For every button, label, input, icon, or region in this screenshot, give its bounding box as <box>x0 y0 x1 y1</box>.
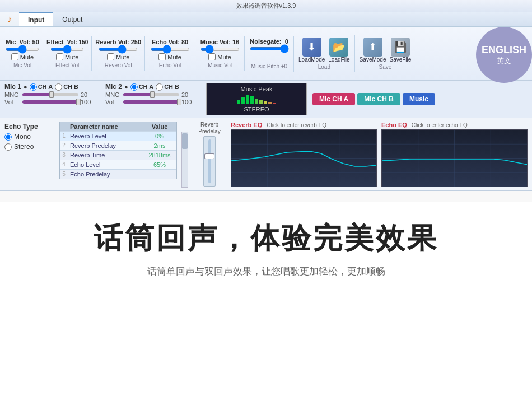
param-row-5[interactable]: 5 Echo Predelay <box>60 169 176 179</box>
echo-eq-title: Echo EQ <box>381 122 407 128</box>
mic2-chb-radio[interactable]: CH B <box>156 83 179 91</box>
param-row-1[interactable]: 1 Reverb Level 0% <box>60 131 176 141</box>
echo-mono-radio[interactable]: Mono <box>4 133 55 141</box>
echo-mute-checkbox[interactable]: Mute <box>158 53 181 60</box>
app-logo: ♪ <box>0 12 19 26</box>
toolbar-save: ⬆ SaveMode 💾 SaveFile Save <box>355 35 416 72</box>
reverb-footer: Reverb Vol <box>105 62 132 68</box>
reverb-mute-checkbox[interactable]: Mute <box>107 53 129 60</box>
noisegate-slider[interactable] <box>250 47 289 50</box>
reverb-eq-canvas[interactable] <box>231 129 377 187</box>
reverb-eq-block: Reverb EQ Click to enter reverb EQ <box>231 122 377 187</box>
mic1-chb-radio[interactable]: CH B <box>55 83 78 91</box>
echo-eq-click-label: Click to enter echo EQ <box>412 122 468 128</box>
peak-bars <box>237 94 276 104</box>
app-title: 效果器调音软件v1.3.9 <box>0 2 532 10</box>
music-peak-title: Music Peak <box>241 86 273 92</box>
music-footer: Music Vol <box>208 62 232 68</box>
echo-type-block: Echo Type Mono Stereo <box>4 122 55 151</box>
music-button[interactable]: Music <box>403 93 435 105</box>
mic2-title: Mic 2 <box>105 83 122 91</box>
mic-footer: Mic Vol <box>13 62 31 68</box>
eq-sections: Reverb EQ Click to enter reverb EQ <box>231 122 528 187</box>
mic2-cha-radio[interactable]: CH A <box>130 83 153 91</box>
mic1-cha-radio[interactable]: CH A <box>30 83 53 91</box>
loadmode-icon: ⬇ <box>302 38 321 57</box>
stereo-label: STEREO <box>244 106 269 113</box>
reverb-eq-title: Reverb EQ <box>231 122 262 128</box>
english-line2: 英文 <box>497 56 511 66</box>
mic1-vol-label: Vol <box>4 99 20 105</box>
toolbar-load: ⬇ LoadMode 📂 LoadFile Load <box>294 35 355 72</box>
mic-controls: Mic 1 ● CH A CH B MNG 20 Vol 100 <box>0 81 532 118</box>
reverb-predelay-label: Reverb Predelay <box>193 122 226 135</box>
toolbar-echo: Echo Vol: 80 Mute Echo Vol <box>145 36 195 71</box>
toolbar-noisegate: Noisegate: 0 Music Pitch +0 <box>245 36 294 72</box>
tab-input[interactable]: Input <box>19 12 53 26</box>
loadfile-button[interactable]: 📂 LoadFile <box>328 38 349 63</box>
music-peak-block: Music Peak STEREO <box>206 83 307 115</box>
mic2-mng-value: 20 <box>181 91 188 98</box>
param-row-2[interactable]: 2 Reverb Predelay 2ms <box>60 141 176 150</box>
mic-chb-button[interactable]: Mic CH B <box>357 93 400 105</box>
music-mute-checkbox[interactable]: Mute <box>208 53 231 60</box>
echo-eq-block: Echo EQ Click to enter echo EQ <box>381 122 528 187</box>
savefile-button[interactable]: 💾 SaveFile <box>389 38 411 63</box>
echo-type-title: Echo Type <box>4 123 55 131</box>
param-col-value-header: Value <box>143 122 176 131</box>
toolbar-music: Music Vol: 16 Mute Music Vol <box>195 36 245 71</box>
tab-output[interactable]: Output <box>53 12 91 26</box>
promo-subtitle: 话筒单回声与双回声效果，让您唱歌更加轻松，更加顺畅 <box>147 265 385 278</box>
mic1-mng-label: MNG <box>4 91 20 98</box>
loadfile-icon: 📂 <box>329 38 348 57</box>
music-vol-slider[interactable] <box>200 48 240 51</box>
toolbar-reverb: Reverb Vol: 250 Mute Reverb Vol <box>92 36 145 71</box>
param-row-3[interactable]: 3 Reverb Time 2818ms <box>60 150 176 160</box>
param-col-name-header: Parameter name <box>68 122 143 131</box>
ch-buttons-group: Mic CH A Mic CH B Music <box>312 93 435 105</box>
english-line1: ENGLISH <box>482 44 526 56</box>
mic2-vol-value: 100 <box>181 99 192 105</box>
mic-mute-checkbox[interactable]: Mute <box>11 53 34 60</box>
grey-spacer <box>0 191 532 202</box>
mic1-block: Mic 1 ● CH A CH B MNG 20 Vol 100 <box>4 83 100 105</box>
param-row-4[interactable]: 4 Echo Level 65% <box>60 160 176 169</box>
toolbar: Mic Vol: 50 Mute Mic Vol Effect Vol: 150… <box>0 27 532 81</box>
savefile-icon: 💾 <box>391 38 410 57</box>
savemode-icon: ⬆ <box>363 38 382 57</box>
music-pitch-label: Music Pitch +0 <box>251 63 287 69</box>
mic1-mng-value: 20 <box>81 91 87 98</box>
echo-params-eq-row: Echo Type Mono Stereo Parameter name Val… <box>0 118 532 191</box>
reverb-vol-slider[interactable] <box>99 48 138 51</box>
promo-title: 话筒回声，体验完美效果 <box>94 219 438 258</box>
mic1-title: Mic 1 <box>4 83 21 91</box>
toolbar-effect: Effect Vol: 150 Mute Effect Vol <box>43 36 92 71</box>
reverb-predelay-slider: Reverb Predelay <box>193 122 226 187</box>
effect-mute-checkbox[interactable]: Mute <box>56 53 78 60</box>
mic2-mng-label: MNG <box>105 91 121 98</box>
mic2-vol-label: Vol <box>105 99 121 105</box>
save-group-label: Save <box>379 64 392 70</box>
mic-cha-button[interactable]: Mic CH A <box>312 93 355 105</box>
savemode-button[interactable]: ⬆ SaveMode <box>360 38 386 63</box>
effect-vol-slider[interactable] <box>50 48 84 51</box>
echo-footer: Echo Vol <box>159 62 181 68</box>
echo-eq-canvas[interactable] <box>381 129 528 187</box>
mic2-block: Mic 2 ● CH A CH B MNG 20 Vol 100 <box>105 83 200 105</box>
param-table: Parameter name Value 1 Reverb Level 0% 2… <box>59 122 177 179</box>
toolbar-mic: Mic Vol: 50 Mute Mic Vol <box>2 36 43 71</box>
echo-vol-slider[interactable] <box>151 48 190 51</box>
english-badge[interactable]: ENGLISH 英文 <box>476 27 532 83</box>
echo-stereo-radio[interactable]: Stereo <box>4 143 55 151</box>
promo-area: 话筒回声，体验完美效果 话筒单回声与双回声效果，让您唱歌更加轻松，更加顺畅 <box>0 202 532 295</box>
effect-footer: Effect Vol <box>55 62 79 68</box>
loadmode-button[interactable]: ⬇ LoadMode <box>298 38 325 63</box>
mic-vol-slider[interactable] <box>6 48 39 51</box>
reverb-eq-click-label: Click to enter reverb EQ <box>267 122 326 128</box>
load-group-label: Load <box>318 64 330 70</box>
mic1-vol-value: 100 <box>81 99 91 105</box>
param-scrollbar[interactable] <box>181 132 188 188</box>
